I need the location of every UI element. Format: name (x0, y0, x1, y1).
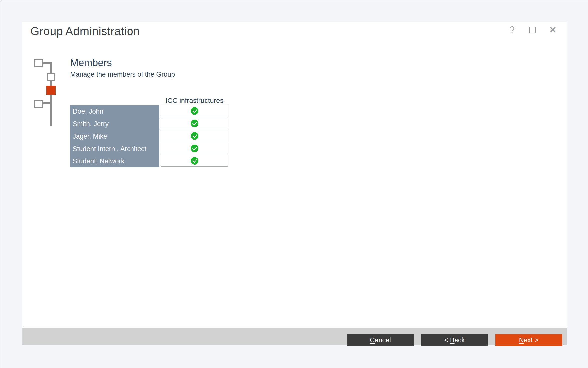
next-button[interactable]: Next > (495, 334, 562, 346)
member-name: Doe, John (70, 105, 159, 118)
cancel-button[interactable]: Cancel (347, 334, 414, 346)
member-name: Smith, Jerry (70, 118, 159, 130)
dialog-title: Group Administration (30, 24, 140, 38)
help-icon[interactable]: ? (507, 25, 517, 35)
window-frame-top-edge (0, 0, 588, 0)
member-check-icon (191, 157, 198, 165)
group-administration-dialog: Group Administration ? ✕ Members Manage … (22, 22, 567, 345)
step-connector-stub-top (42, 62, 52, 64)
window-frame-left-edge (0, 0, 0, 368)
member-check-icon (191, 145, 198, 152)
step-connector-stub-bottom (42, 102, 52, 104)
close-icon[interactable]: ✕ (548, 25, 558, 35)
membership-toggle-cell[interactable] (161, 105, 228, 117)
wizard-step-3-current (46, 86, 56, 95)
membership-toggle-cell[interactable] (161, 118, 228, 129)
wizard-step-2 (47, 73, 55, 81)
membership-toggle-cell[interactable] (161, 143, 228, 154)
maximize-icon[interactable] (527, 25, 537, 35)
back-button[interactable]: < Back (421, 334, 488, 346)
members-name-column: Doe, JohnSmith, JerryJager, MikeStudent … (70, 105, 159, 167)
members-check-column (161, 105, 228, 167)
footer-buttons: Cancel< BackNext > (347, 334, 562, 346)
membership-toggle-cell[interactable] (161, 130, 228, 142)
footer-bar: Cancel< BackNext > (22, 328, 567, 345)
wizard-step-4 (34, 100, 43, 108)
member-name: Student Intern., Architect (70, 143, 159, 155)
page-subtitle: Manage the members of the Group (70, 71, 175, 78)
wizard-step-1 (34, 59, 43, 67)
member-check-icon (191, 107, 198, 115)
window-controls: ? ✕ (507, 25, 558, 35)
member-name: Student, Network (70, 155, 159, 167)
member-check-icon (191, 120, 198, 127)
member-check-icon (191, 132, 198, 140)
membership-toggle-cell[interactable] (161, 155, 228, 167)
page-title: Members (70, 57, 112, 68)
member-name: Jager, Mike (70, 130, 159, 143)
members-column-header: ICC infrastructures (161, 97, 228, 105)
